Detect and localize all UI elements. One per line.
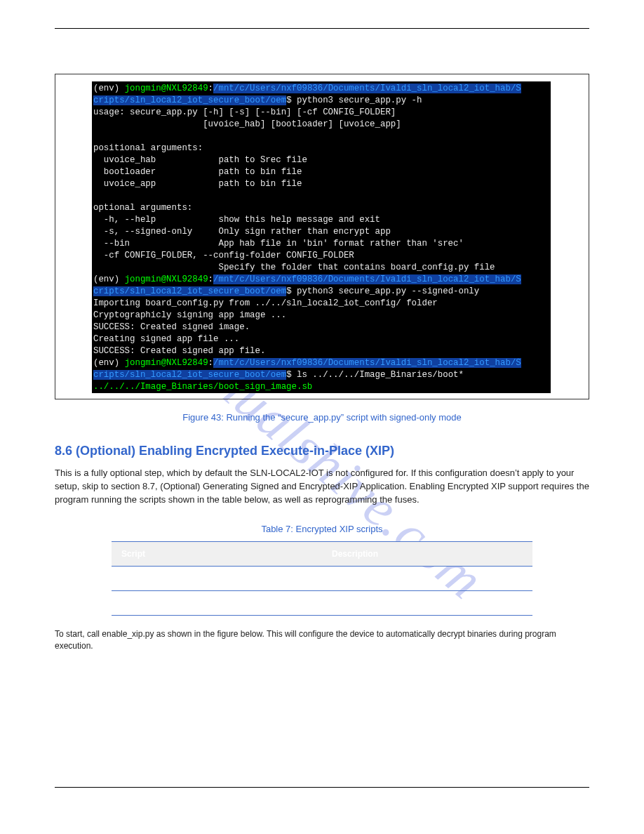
table-cell-desc-1: Enable Encrypted XIP [322, 566, 532, 590]
term-env-3: (env) [93, 358, 125, 368]
table-caption: Table 7: Encrypted XIP scripts [55, 524, 589, 534]
table-cell-script-1: enable_xip.py [112, 566, 322, 590]
term-pos-2: bootloader path to bin file [93, 167, 302, 177]
table-cell-script-2: secure_app.py [112, 590, 322, 615]
table-row: enable_xip.py Enable Encrypted XIP [112, 566, 532, 590]
term-pos-h: positional arguments: [93, 143, 203, 153]
term-user-2: jongmin@NXL92849 [125, 274, 208, 284]
figure-box: (env) jongmin@NXL92849:/mnt/c/Users/nxf0… [55, 74, 589, 399]
term-usage-2: [uvoice_hab] [bootloader] [uvoice_app] [93, 119, 401, 129]
figure-caption: Figure 43: Running the “secure_app.py” s… [55, 412, 589, 423]
term-colon-1: : [208, 84, 213, 93]
page-content: (env) jongmin@NXL92849:/mnt/c/Users/nxf0… [55, 0, 589, 834]
term-out-1: Importing board_config.py from ../../sln… [93, 298, 438, 308]
term-env-1: (env) [93, 84, 125, 93]
following-paragraph: To start, call enable_xip.py as shown in… [55, 628, 589, 653]
footer-doc-info: SLN-LOCAL2-IOT Developer’s Guide, Rev. 1… [321, 805, 589, 813]
page-footer: 44 SLN-LOCAL2-IOT Developer’s Guide, Rev… [55, 805, 589, 813]
term-out-4: Creating signed app file ... [93, 334, 239, 344]
term-out-2: Cryptographicly signing app image ... [93, 310, 286, 320]
table-row: secure_app.py Sign and Encrypt Applicati… [112, 590, 532, 615]
term-colon-3: : [208, 358, 213, 368]
term-path-3b: cripts/sln_local2_iot_secure_boot/oem [93, 370, 286, 380]
table-header-script: Script [112, 541, 322, 566]
term-path-3a: /mnt/c/Users/nxf09836/Documents/Ivaldi_s… [213, 358, 521, 368]
term-colon-2: : [208, 274, 213, 284]
terminal-output: (env) jongmin@NXL92849:/mnt/c/Users/nxf0… [92, 81, 551, 393]
term-cmd-1: $ python3 secure_app.py -h [286, 95, 422, 105]
term-out-3: SUCCESS: Created signed image. [93, 322, 250, 332]
section-heading: 8.6 (Optional) Enabling Encrypted Execut… [55, 444, 589, 458]
term-path-1b: cripts/sln_local2_iot_secure_boot/oem [93, 95, 286, 105]
term-user-3: jongmin@NXL92849 [125, 358, 208, 368]
term-out-6: ../../../Image_Binaries/boot_sign_image.… [93, 382, 312, 392]
term-pos-3: uvoice_app path to bin file [93, 179, 302, 189]
table-header-row: Script Description [112, 541, 532, 566]
term-opt-5: Specify the folder that contains board_c… [93, 263, 495, 272]
table-cell-desc-2: Sign and Encrypt Application Image [322, 590, 532, 615]
table-header-desc: Description [322, 541, 532, 566]
term-pos-1: uvoice_hab path to Srec file [93, 155, 307, 165]
term-path-2b: cripts/sln_local2_iot_secure_boot/oem [93, 286, 286, 296]
term-opt-h: optional arguments: [93, 203, 192, 213]
bottom-rule [55, 787, 589, 788]
term-path-1a: /mnt/c/Users/nxf09836/Documents/Ivaldi_s… [213, 84, 521, 93]
body-paragraph: This is a fully optional step, which by … [55, 467, 589, 507]
term-cmd-2: $ python3 secure_app.py --signed-only [286, 286, 479, 296]
scripts-table: Script Description enable_xip.py Enable … [112, 541, 532, 616]
term-opt-1: -h, --help show this help message and ex… [93, 215, 380, 225]
term-user-1: jongmin@NXL92849 [125, 84, 208, 93]
term-path-2a: /mnt/c/Users/nxf09836/Documents/Ivaldi_s… [213, 274, 521, 284]
top-rule [55, 28, 589, 29]
term-opt-4: -cf CONFIG_FOLDER, --config-folder CONFI… [93, 251, 354, 260]
term-cmd-3: $ ls ../../../Image_Binaries/boot* [286, 370, 464, 380]
term-out-5: SUCCESS: Created signed app file. [93, 346, 265, 356]
term-opt-3: --bin App hab file in 'bin' format rathe… [93, 239, 464, 249]
term-env-2: (env) [93, 274, 125, 284]
term-usage-1: usage: secure_app.py [-h] [-s] [--bin] [… [93, 107, 396, 117]
term-opt-2: -s, --signed-only Only sign rather than … [93, 227, 391, 237]
footer-page-number: 44 [55, 805, 63, 813]
